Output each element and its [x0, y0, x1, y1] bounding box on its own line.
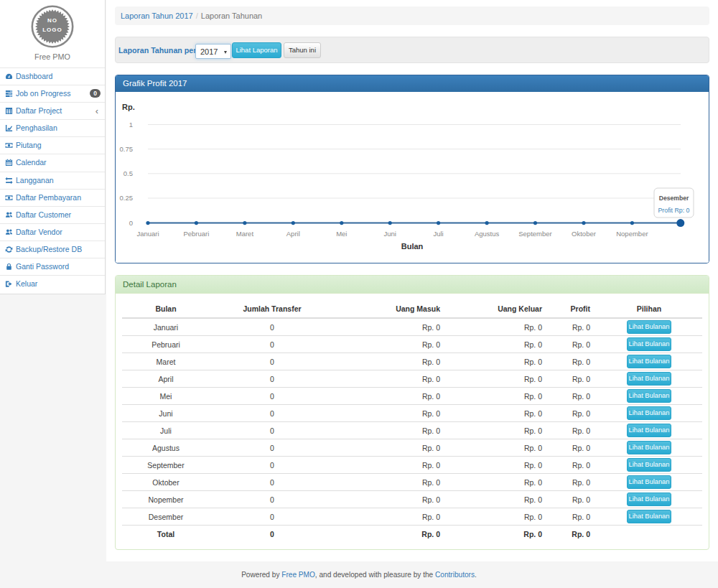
- svg-text:Agustus: Agustus: [475, 230, 500, 238]
- svg-text:Nopember: Nopember: [616, 230, 648, 238]
- svg-text:Mei: Mei: [336, 230, 347, 238]
- svg-text:LOGO: LOGO: [42, 27, 62, 33]
- svg-text:Profit Rp: 0: Profit Rp: 0: [658, 207, 689, 214]
- svg-text:Oktober: Oktober: [572, 230, 596, 238]
- svg-text:0.75: 0.75: [120, 145, 134, 153]
- svg-text:Bulan: Bulan: [401, 242, 424, 251]
- svg-text:1: 1: [129, 121, 133, 129]
- svg-text:Juni: Juni: [383, 230, 396, 238]
- svg-text:Januari: Januari: [136, 230, 159, 238]
- svg-text:Maret: Maret: [236, 230, 254, 238]
- svg-text:Desember: Desember: [659, 195, 689, 202]
- svg-text:NO: NO: [47, 17, 57, 24]
- svg-text:Juli: Juli: [433, 230, 443, 238]
- svg-text:0: 0: [129, 219, 133, 227]
- svg-text:September: September: [518, 230, 551, 238]
- svg-text:0.25: 0.25: [120, 194, 134, 202]
- svg-text:0.5: 0.5: [123, 169, 133, 177]
- svg-text:April: April: [286, 230, 300, 238]
- svg-text:Rp.: Rp.: [122, 103, 135, 111]
- svg-text:Pebruari: Pebruari: [183, 230, 209, 238]
